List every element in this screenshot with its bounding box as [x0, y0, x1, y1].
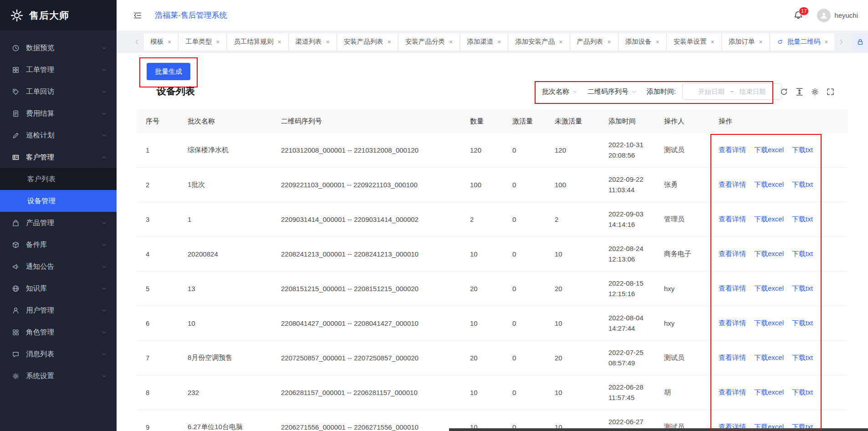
- view-detail-link[interactable]: 查看详情: [719, 250, 746, 258]
- download-excel-link[interactable]: 下载excel: [754, 146, 784, 154]
- cell-operator: hxy: [655, 306, 710, 340]
- download-txt-link[interactable]: 下载txt: [792, 250, 813, 258]
- close-icon[interactable]: ×: [326, 38, 330, 46]
- tab[interactable]: 模板×: [144, 33, 178, 51]
- sidebar-item-customer[interactable]: 客户管理: [0, 146, 117, 168]
- cell-actions: 查看详情下载excel下载txt: [710, 375, 848, 410]
- lock-tabs-button[interactable]: [853, 33, 868, 51]
- inspection-icon: [12, 132, 20, 139]
- refresh-icon[interactable]: [780, 87, 788, 96]
- close-icon[interactable]: ×: [656, 38, 659, 46]
- table-row: 21批次2209221103_000001 -- 2209221103_0001…: [137, 168, 848, 202]
- close-icon[interactable]: ×: [608, 38, 611, 46]
- view-detail-link[interactable]: 查看详情: [719, 388, 746, 397]
- column-header: 批次名称: [179, 109, 272, 133]
- qr-serial-filter-dropdown[interactable]: 二维码序列号: [587, 87, 637, 96]
- column-height-icon[interactable]: [795, 87, 804, 96]
- avatar[interactable]: [817, 9, 831, 22]
- sidebar-item-label: 客户管理: [26, 153, 102, 162]
- tab[interactable]: 安装产品列表×: [337, 33, 398, 51]
- download-excel-link[interactable]: 下载excel: [754, 388, 784, 397]
- download-txt-link[interactable]: 下载txt: [792, 319, 813, 328]
- sidebar-item-follow-up[interactable]: 工单回访: [0, 81, 117, 103]
- download-excel-link[interactable]: 下载excel: [754, 284, 784, 293]
- close-icon[interactable]: ×: [559, 38, 562, 46]
- cell-index: 9: [137, 410, 179, 431]
- cell-batch-name: 13: [179, 272, 272, 306]
- tab[interactable]: 工单类型×: [179, 33, 226, 51]
- cell-quantity: 10: [461, 237, 503, 271]
- gear-icon[interactable]: [811, 87, 819, 96]
- batch-name-filter-dropdown[interactable]: 批次名称: [542, 87, 577, 96]
- tab[interactable]: 添加订单×: [722, 33, 769, 51]
- download-excel-link[interactable]: 下载excel: [754, 319, 784, 328]
- tab[interactable]: 添加设备×: [619, 33, 666, 51]
- tab[interactable]: 员工结算规则×: [227, 33, 287, 51]
- sidebar-item-spare-parts[interactable]: 备件库: [0, 234, 117, 256]
- sidebar-item-notice[interactable]: 通知公告: [0, 256, 117, 277]
- sidebar-item-knowledge[interactable]: 知识库: [0, 277, 117, 299]
- download-txt-link[interactable]: 下载txt: [792, 388, 813, 397]
- tab-label: 安装产品列表: [344, 37, 383, 46]
- close-icon[interactable]: ×: [497, 38, 501, 46]
- batch-generate-button[interactable]: 批量生成: [147, 63, 190, 80]
- sidebar-item-message-list[interactable]: 消息列表: [0, 343, 117, 365]
- download-excel-link[interactable]: 下载excel: [754, 250, 784, 258]
- sidebar-item-inspection[interactable]: 巡检计划: [0, 124, 117, 146]
- close-icon[interactable]: ×: [168, 38, 171, 46]
- chevron-down-icon: [102, 111, 107, 116]
- sidebar-item-product[interactable]: 产品管理: [0, 212, 117, 234]
- close-icon[interactable]: ×: [710, 38, 714, 46]
- tab[interactable]: 批量二维码×: [771, 33, 835, 51]
- notice-icon: [12, 263, 20, 271]
- sidebar-subitem-device-manage[interactable]: 设备管理: [0, 190, 117, 212]
- download-excel-link[interactable]: 下载excel: [754, 215, 784, 224]
- tab[interactable]: 添加渠道×: [460, 33, 507, 51]
- close-icon[interactable]: ×: [388, 38, 391, 46]
- notification-button[interactable]: 17: [793, 10, 803, 21]
- download-txt-link[interactable]: 下载txt: [792, 354, 813, 362]
- close-icon[interactable]: ×: [216, 38, 220, 46]
- message-icon: [12, 350, 20, 358]
- download-excel-link[interactable]: 下载excel: [754, 180, 784, 189]
- download-txt-link[interactable]: 下载txt: [792, 215, 813, 224]
- download-excel-link[interactable]: 下载excel: [754, 354, 784, 362]
- tab[interactable]: 产品列表×: [571, 33, 618, 51]
- view-detail-link[interactable]: 查看详情: [719, 319, 746, 328]
- download-txt-link[interactable]: 下载txt: [792, 180, 813, 189]
- sidebar-subitem-customer-list[interactable]: 客户列表: [0, 168, 117, 190]
- close-icon[interactable]: ×: [277, 38, 281, 46]
- cell-index: 4: [137, 237, 179, 271]
- sidebar-item-user-manage[interactable]: 用户管理: [0, 299, 117, 321]
- tab[interactable]: 安装产品分类×: [399, 33, 459, 51]
- tabs-scroll-right-icon[interactable]: [838, 39, 844, 45]
- username[interactable]: heyuchi: [834, 11, 858, 19]
- close-icon[interactable]: ×: [824, 38, 828, 46]
- tab[interactable]: 安装单设置×: [667, 33, 721, 51]
- date-range-input[interactable]: 开始日期 ~ 结束日期: [682, 83, 781, 100]
- chevron-down-icon: [102, 133, 107, 138]
- tab[interactable]: 渠道列表×: [289, 33, 336, 51]
- fullscreen-icon[interactable]: [826, 87, 835, 96]
- download-txt-link[interactable]: 下载txt: [792, 146, 813, 154]
- view-detail-link[interactable]: 查看详情: [719, 354, 746, 362]
- sidebar-item-role-manage[interactable]: 角色管理: [0, 321, 117, 343]
- menu-fold-icon[interactable]: [133, 11, 142, 20]
- sidebar-item-fee-settle[interactable]: 费用结算: [0, 103, 117, 124]
- view-detail-link[interactable]: 查看详情: [719, 146, 746, 154]
- sidebar-item-work-order[interactable]: 工单管理: [0, 59, 117, 81]
- close-icon[interactable]: ×: [449, 38, 453, 46]
- sidebar-item-system-settings[interactable]: 系统设置: [0, 365, 117, 387]
- view-detail-link[interactable]: 查看详情: [719, 215, 746, 224]
- download-txt-link[interactable]: 下载txt: [792, 284, 813, 293]
- cell-quantity: 20: [461, 272, 503, 306]
- sidebar-item-data-preview[interactable]: 数据预览: [0, 37, 117, 59]
- tabs-scroll-left-icon[interactable]: [134, 39, 140, 45]
- tab[interactable]: 添加安装产品×: [509, 33, 569, 51]
- close-icon[interactable]: ×: [759, 38, 763, 46]
- view-detail-link[interactable]: 查看详情: [719, 180, 746, 189]
- view-detail-link[interactable]: 查看详情: [719, 284, 746, 293]
- cell-quantity: 2: [461, 202, 503, 236]
- tab-label: 批量二维码: [787, 37, 821, 46]
- cell-inactive: 10: [546, 306, 599, 340]
